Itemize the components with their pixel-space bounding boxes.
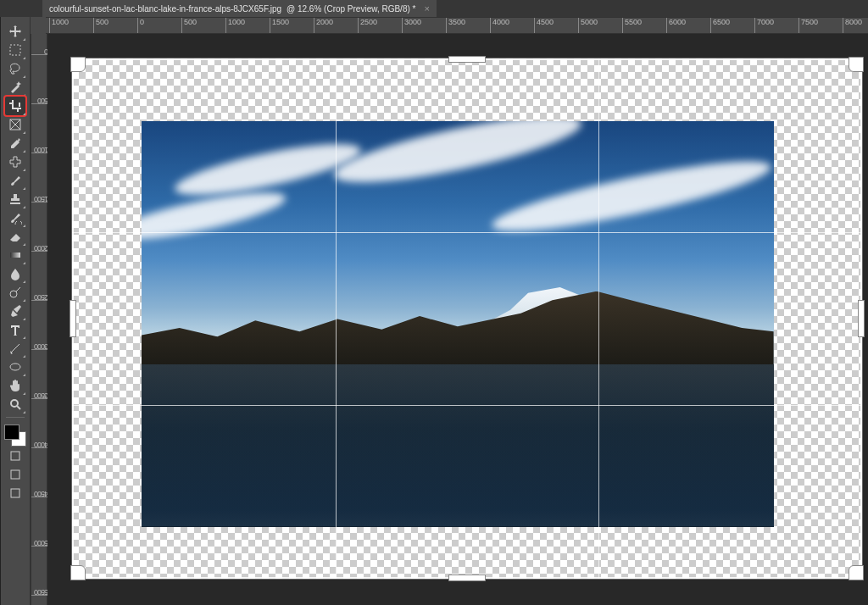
crop-handle-tr[interactable]	[849, 57, 864, 72]
svg-rect-2	[10, 253, 20, 258]
crop-border[interactable]	[72, 58, 862, 579]
blur-tool[interactable]	[5, 264, 25, 283]
path-tool[interactable]	[5, 339, 25, 358]
stamp-tool[interactable]	[5, 190, 25, 208]
crop-handle-top[interactable]	[448, 56, 486, 63]
zoom-tool[interactable]	[5, 395, 25, 414]
crop-handle-bl[interactable]	[70, 565, 86, 580]
pen-tool[interactable]	[5, 302, 25, 320]
gradient-tool[interactable]	[5, 246, 25, 264]
edit-toolbar-icon[interactable]	[5, 447, 25, 465]
svg-point-4	[10, 364, 20, 370]
history-brush-tool[interactable]	[5, 208, 25, 227]
quickmask-icon[interactable]	[5, 465, 25, 484]
tab-filename: colourful-sunset-on-lac-blanc-lake-in-fr…	[49, 4, 281, 14]
svg-rect-6	[11, 452, 19, 460]
marquee-tool[interactable]	[5, 41, 25, 59]
wand-tool[interactable]	[5, 78, 25, 97]
hand-tool[interactable]	[5, 376, 25, 395]
main-area: 1000500050010001500200025003000350040004…	[0, 17, 868, 605]
crop-handle-right[interactable]	[858, 300, 865, 337]
crop-tool[interactable]	[5, 97, 25, 115]
crop-handle-tl[interactable]	[70, 57, 86, 72]
tab-bar: colourful-sunset-on-lac-blanc-lake-in-fr…	[0, 0, 868, 17]
eyedropper-tool[interactable]	[5, 134, 25, 153]
crop-shield[interactable]	[71, 58, 863, 580]
svg-point-3	[10, 291, 17, 297]
photoshop-window: colourful-sunset-on-lac-blanc-lake-in-fr…	[0, 0, 868, 605]
canvas-wrap: 1000500050010001500200025003000350040004…	[31, 17, 868, 605]
vertical-ruler[interactable]: 0500100015002000250030003500400045005000…	[31, 34, 47, 605]
horizontal-ruler[interactable]: 1000500050010001500200025003000350040004…	[46, 17, 868, 34]
crop-handle-bottom[interactable]	[448, 574, 486, 581]
type-tool[interactable]	[5, 320, 25, 339]
svg-rect-0	[10, 45, 20, 55]
crop-handle-left[interactable]	[70, 300, 76, 337]
fg-bg-swatch[interactable]	[4, 425, 26, 447]
heal-tool[interactable]	[5, 153, 25, 171]
canvas[interactable]	[47, 34, 868, 605]
svg-rect-8	[11, 489, 19, 497]
toolbox	[0, 17, 31, 605]
lasso-tool[interactable]	[5, 59, 25, 78]
svg-rect-7	[11, 470, 19, 479]
move-tool[interactable]	[5, 22, 25, 41]
tab-suffix: @ 12.6% (Crop Preview, RGB/8) *	[287, 4, 415, 14]
frame-tool[interactable]	[5, 115, 25, 134]
close-icon[interactable]: ×	[424, 3, 429, 14]
screenmode-icon[interactable]	[5, 484, 25, 502]
document-tab[interactable]: colourful-sunset-on-lac-blanc-lake-in-fr…	[42, 0, 437, 17]
eraser-tool[interactable]	[5, 227, 25, 246]
svg-point-5	[11, 400, 18, 407]
crop-handle-br[interactable]	[849, 565, 864, 580]
dodge-tool[interactable]	[5, 283, 25, 302]
brush-tool[interactable]	[5, 171, 25, 190]
shape-tool[interactable]	[5, 358, 25, 376]
